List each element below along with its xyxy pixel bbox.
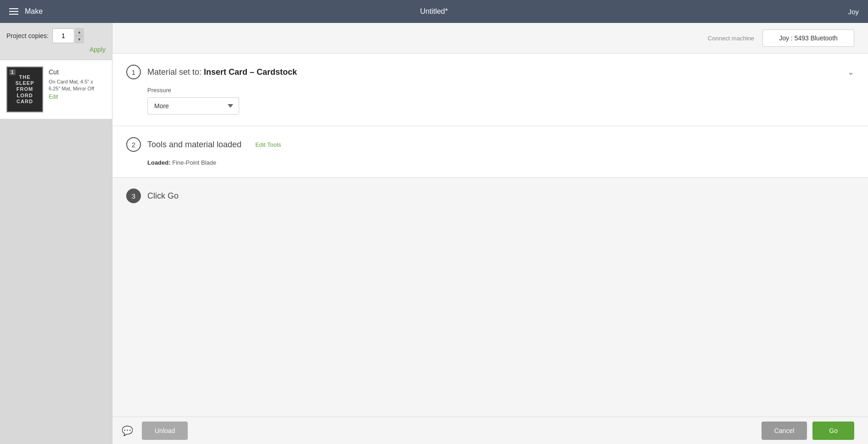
bottom-left: 💬 Unload bbox=[119, 422, 188, 440]
sidebar: Project copies: ▲ ▼ Apply THESLEEPFROMLO… bbox=[0, 23, 112, 444]
main-layout: Project copies: ▲ ▼ Apply THESLEEPFROMLO… bbox=[0, 23, 868, 444]
machine-connect-button[interactable]: Joy : 5493 Bluetooth bbox=[762, 29, 854, 47]
connect-bar: Connect machine Joy : 5493 Bluetooth bbox=[112, 23, 868, 54]
step1-material: Insert Card – Cardstock bbox=[204, 67, 297, 77]
card-info: Cut On Card Mat, 4.5" x 6.25" Mat, Mirro… bbox=[49, 67, 106, 100]
edit-tools-link[interactable]: Edit Tools bbox=[255, 141, 281, 148]
step1-header: 1 Material set to: Insert Card – Cardsto… bbox=[126, 65, 854, 79]
copies-down-button[interactable]: ▼ bbox=[75, 36, 84, 43]
step2-title: Tools and material loaded bbox=[147, 140, 241, 150]
card-visual-text: THESLEEPFROMLORDCARD bbox=[13, 72, 36, 106]
loaded-label: Loaded: bbox=[147, 159, 171, 166]
copies-up-button[interactable]: ▲ bbox=[75, 28, 84, 36]
step1-section: 1 Material set to: Insert Card – Cardsto… bbox=[112, 54, 868, 126]
step2-body: Loaded: Fine-Point Blade bbox=[126, 159, 854, 166]
step1-number: 1 bbox=[126, 65, 141, 79]
step2-header: 2 Tools and material loaded Edit Tools bbox=[126, 137, 854, 152]
go-button[interactable]: Go bbox=[812, 422, 854, 440]
copies-input-wrap: ▲ ▼ bbox=[52, 28, 84, 43]
step3-number: 3 bbox=[126, 189, 141, 203]
pressure-select[interactable]: Default More Less bbox=[147, 97, 239, 115]
card-item: THESLEEPFROMLORDCARD 1 Cut On Card Mat, … bbox=[0, 60, 112, 119]
connect-label: Connect machine bbox=[708, 35, 754, 42]
bottom-right: Cancel Go bbox=[762, 422, 854, 440]
steps-area: 1 Material set to: Insert Card – Cardsto… bbox=[112, 54, 868, 416]
sidebar-rest bbox=[0, 119, 112, 444]
pressure-label: Pressure bbox=[147, 87, 854, 94]
chat-icon-button[interactable]: 💬 bbox=[119, 422, 135, 439]
card-cut-label: Cut bbox=[49, 68, 106, 76]
step3-section: 3 Click Go bbox=[112, 178, 868, 214]
step3-title: Click Go bbox=[147, 191, 179, 201]
page-title: Make bbox=[25, 7, 43, 16]
step1-title: Material set to: Insert Card – Cardstock bbox=[147, 67, 297, 77]
card-number-badge: 1 bbox=[9, 69, 16, 75]
apply-button[interactable]: Apply bbox=[90, 45, 106, 54]
loaded-value: Fine-Point Blade bbox=[172, 159, 216, 166]
step3-header: 3 Click Go bbox=[126, 189, 854, 203]
sidebar-top: Project copies: ▲ ▼ Apply bbox=[0, 23, 112, 60]
copies-spinners: ▲ ▼ bbox=[75, 28, 84, 43]
chat-icon: 💬 bbox=[122, 425, 133, 436]
card-description: On Card Mat, 4.5" x 6.25" Mat, Mirror Of… bbox=[49, 78, 106, 93]
menu-button[interactable] bbox=[9, 8, 18, 15]
topbar: Make Untitled* Joy bbox=[0, 0, 868, 23]
user-name: Joy bbox=[848, 8, 859, 16]
bottom-bar: 💬 Unload Cancel Go bbox=[112, 416, 868, 444]
document-title: Untitled* bbox=[420, 7, 448, 16]
cancel-button[interactable]: Cancel bbox=[762, 422, 807, 440]
step1-body: Pressure Default More Less bbox=[126, 87, 854, 115]
loaded-row: Loaded: Fine-Point Blade bbox=[147, 159, 854, 166]
card-thumbnail: THESLEEPFROMLORDCARD 1 bbox=[6, 67, 43, 112]
step2-section: 2 Tools and material loaded Edit Tools L… bbox=[112, 126, 868, 178]
copies-input[interactable] bbox=[52, 28, 74, 43]
copies-label: Project copies: bbox=[6, 32, 49, 39]
content-area: Connect machine Joy : 5493 Bluetooth 1 M… bbox=[112, 23, 868, 444]
step2-number: 2 bbox=[126, 137, 141, 152]
card-edit-link[interactable]: Edit bbox=[49, 94, 106, 100]
step1-expand-icon[interactable]: ⌄ bbox=[847, 67, 854, 77]
unload-button[interactable]: Unload bbox=[142, 422, 188, 440]
